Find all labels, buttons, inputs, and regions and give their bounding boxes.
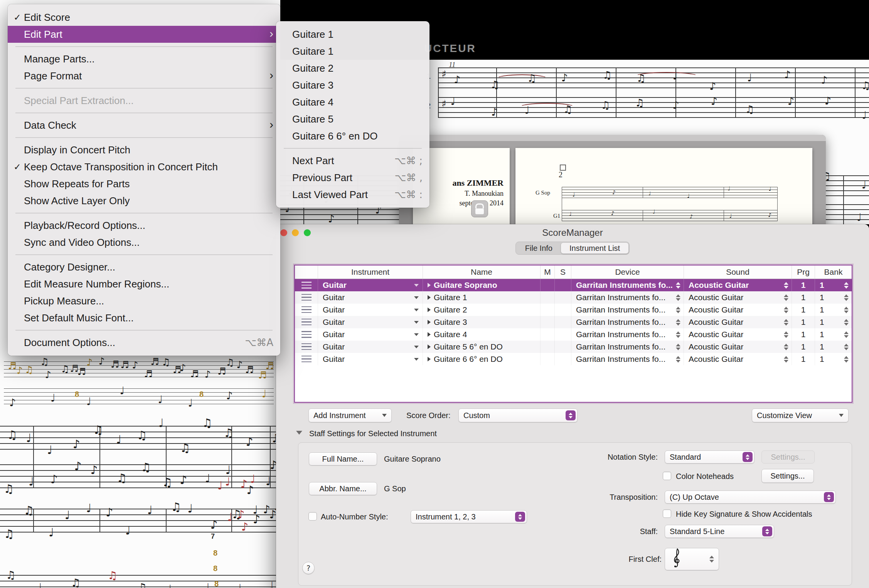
- stepper-icon[interactable]: [676, 331, 680, 338]
- device-cell[interactable]: Garritan Instruments fo...: [571, 279, 684, 291]
- menu-item-sync-and-video-options[interactable]: Sync and Video Options...: [8, 234, 280, 251]
- stepper-icon[interactable]: [784, 344, 788, 350]
- device-cell[interactable]: Garritan Instruments fo...: [571, 341, 684, 353]
- sound-cell[interactable]: Acoustic Guitar: [684, 353, 792, 365]
- device-cell[interactable]: Garritan Instruments fo...: [571, 291, 684, 304]
- column-header-prg[interactable]: Prg: [792, 265, 815, 279]
- stepper-icon[interactable]: [676, 356, 680, 363]
- full-name-button[interactable]: Full Name...: [309, 452, 377, 465]
- color-noteheads-checkbox[interactable]: [663, 472, 671, 480]
- stepper-icon[interactable]: [784, 307, 788, 313]
- disclosure-triangle-icon[interactable]: [296, 431, 302, 435]
- stepper-icon[interactable]: [844, 282, 849, 289]
- menu-item-guitare-2[interactable]: Guitare 2: [276, 60, 429, 77]
- instrument-cell[interactable]: Guitar: [318, 328, 423, 341]
- menu-item-guitare-4[interactable]: Guitare 4: [276, 94, 429, 111]
- device-cell[interactable]: Garritan Instruments fo...: [571, 353, 684, 365]
- disclosure-triangle-icon[interactable]: [428, 283, 431, 287]
- menu-item-manage-parts[interactable]: Manage Parts...: [8, 50, 280, 67]
- menu-item-last-viewed-part[interactable]: Last Viewed Part⌥⌘ :: [276, 186, 429, 203]
- list-icon[interactable]: [301, 294, 312, 301]
- column-header[interactable]: [295, 265, 318, 279]
- instrument-cell[interactable]: Guitar: [318, 341, 423, 353]
- list-icon[interactable]: [301, 282, 312, 289]
- menu-item-pickup-measure[interactable]: Pickup Measure...: [8, 292, 280, 309]
- chevron-down-icon[interactable]: [414, 284, 419, 287]
- stepper-icon[interactable]: [784, 294, 788, 301]
- mute-cell[interactable]: [541, 328, 555, 341]
- list-icon[interactable]: [301, 356, 312, 363]
- column-header-instrument[interactable]: Instrument: [318, 265, 423, 279]
- instrument-row[interactable]: GuitarGuitare SopranoGarritan Instrument…: [295, 279, 852, 291]
- stepper-icon[interactable]: [844, 294, 849, 301]
- solo-cell[interactable]: [555, 279, 571, 291]
- stepper-icon[interactable]: [784, 356, 788, 363]
- stepper-icon[interactable]: [676, 282, 680, 289]
- sound-cell[interactable]: Acoustic Guitar: [684, 279, 792, 291]
- menu-item-edit-part[interactable]: Edit Part›: [8, 26, 280, 43]
- list-icon[interactable]: [301, 319, 312, 326]
- menu-item-display-in-concert-pitch[interactable]: Display in Concert Pitch: [8, 141, 280, 158]
- name-cell[interactable]: Guitare 6 6° en DO: [423, 353, 541, 365]
- instrument-row[interactable]: GuitarGuitare 3Garritan Instruments fo..…: [295, 316, 852, 328]
- menu-item-show-active-layer-only[interactable]: Show Active Layer Only: [8, 192, 280, 209]
- menu-item-data-check[interactable]: Data Check›: [8, 117, 280, 134]
- transposition-popup[interactable]: (C) Up Octave: [665, 491, 836, 504]
- column-header-device[interactable]: Device: [571, 265, 684, 279]
- stepper-icon[interactable]: [844, 307, 849, 313]
- mute-cell[interactable]: [541, 279, 555, 291]
- menu-item-playback-record-options[interactable]: Playback/Record Options...: [8, 217, 280, 234]
- menu-item-guitare-5[interactable]: Guitare 5: [276, 111, 429, 128]
- menu-item-edit-score[interactable]: ✓Edit Score: [8, 9, 280, 26]
- bank-cell[interactable]: 1: [815, 304, 852, 316]
- menu-item-category-designer[interactable]: Category Designer...: [8, 259, 280, 276]
- instrument-row[interactable]: GuitarGuitare 2Garritan Instruments fo..…: [295, 304, 852, 316]
- column-header-m[interactable]: M: [541, 265, 555, 279]
- notation-style-popup[interactable]: Standard: [665, 450, 754, 464]
- mute-cell[interactable]: [541, 341, 555, 353]
- help-button[interactable]: ?: [302, 562, 315, 574]
- solo-cell[interactable]: [555, 353, 571, 365]
- disclosure-triangle-icon[interactable]: [428, 344, 431, 349]
- add-instrument-dropdown[interactable]: Add Instrument: [308, 408, 392, 422]
- instrument-cell[interactable]: Guitar: [318, 304, 423, 316]
- auto-number-style-popup[interactable]: Instrument 1, 2, 3: [411, 510, 527, 523]
- solo-cell[interactable]: [555, 291, 571, 304]
- stepper-icon[interactable]: [784, 331, 788, 338]
- stepper-icon[interactable]: [844, 319, 849, 326]
- auto-number-checkbox[interactable]: [308, 512, 317, 521]
- mute-cell[interactable]: [541, 304, 555, 316]
- name-cell[interactable]: Guitare 2: [423, 304, 541, 316]
- customize-view-dropdown[interactable]: Customize View: [752, 408, 849, 422]
- hide-key-signature-checkbox[interactable]: [663, 509, 671, 518]
- chevron-down-icon[interactable]: [414, 309, 419, 311]
- preview-window-titlebar[interactable]: [399, 135, 826, 141]
- disclosure-triangle-icon[interactable]: [428, 357, 431, 361]
- name-cell[interactable]: Guitare Soprano: [423, 279, 541, 291]
- mute-cell[interactable]: [541, 353, 555, 365]
- sound-cell[interactable]: Acoustic Guitar: [684, 304, 792, 316]
- abbr-name-button[interactable]: Abbr. Name...: [309, 482, 377, 495]
- bank-cell[interactable]: 1: [815, 279, 852, 291]
- instrument-cell[interactable]: Guitar: [318, 316, 423, 328]
- disclosure-triangle-icon[interactable]: [428, 332, 431, 337]
- stepper-icon[interactable]: [844, 344, 849, 350]
- list-icon[interactable]: [301, 343, 312, 350]
- stepper-icon[interactable]: [676, 307, 680, 313]
- menu-item-guitare-6-6-en-do[interactable]: Guitare 6 6° en DO: [276, 128, 429, 144]
- menu-item-guitare-3[interactable]: Guitare 3: [276, 77, 429, 94]
- menu-item-document-options[interactable]: Document Options...⌥⌘A: [8, 334, 280, 351]
- name-cell[interactable]: Guitare 5 6° en DO: [423, 341, 541, 353]
- list-icon[interactable]: [301, 331, 312, 338]
- menu-item-page-format[interactable]: Page Format›: [8, 67, 280, 84]
- column-header-bank[interactable]: Bank: [815, 265, 852, 279]
- instrument-row[interactable]: GuitarGuitare 5 6° en DOGarritan Instrum…: [295, 341, 852, 353]
- chevron-down-icon[interactable]: [414, 358, 419, 361]
- name-cell[interactable]: Guitare 4: [423, 328, 541, 341]
- column-header-name[interactable]: Name: [423, 265, 541, 279]
- bank-cell[interactable]: 1: [815, 341, 852, 353]
- menu-item-previous-part[interactable]: Previous Part⌥⌘ ,: [276, 169, 429, 186]
- sound-cell[interactable]: Acoustic Guitar: [684, 341, 792, 353]
- sound-cell[interactable]: Acoustic Guitar: [684, 316, 792, 328]
- device-cell[interactable]: Garritan Instruments fo...: [571, 328, 684, 341]
